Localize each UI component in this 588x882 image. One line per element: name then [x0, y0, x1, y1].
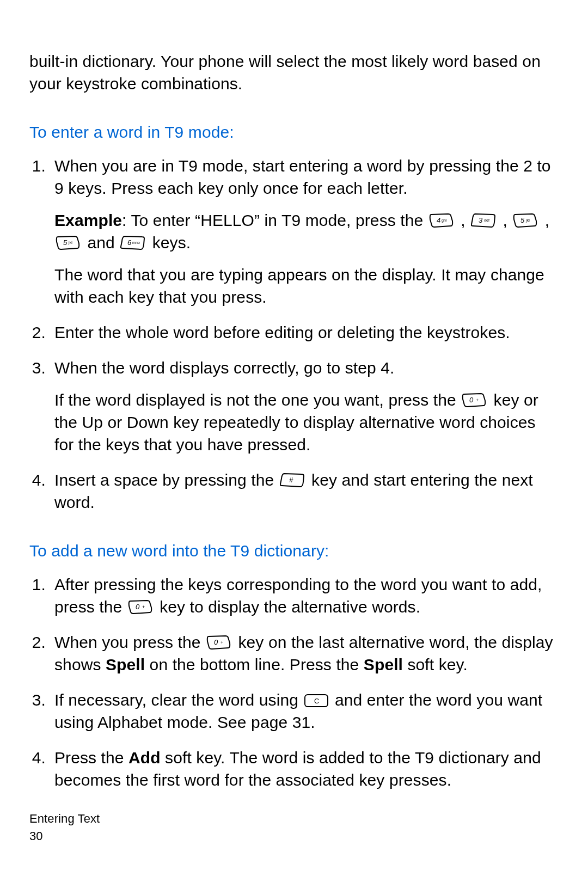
step-number: 1. [29, 573, 46, 596]
key-4-icon: 4ghi [429, 213, 455, 228]
step-number: 2. [29, 631, 46, 653]
example-text-a: : To enter “HELLO” in T9 mode, press the [122, 211, 428, 229]
step-text-a: Insert a space by pressing the [54, 471, 279, 489]
key-c-icon: C [304, 694, 329, 708]
svg-text:C: C [314, 697, 320, 705]
key-0-icon: 0+ [128, 600, 154, 615]
step-text: When the word displays correctly, go to … [54, 359, 394, 377]
key-0-icon: 0+ [462, 393, 488, 408]
key-0-icon: 0+ [206, 635, 232, 650]
key-3-icon: 3def [471, 213, 497, 228]
step-continuation: If the word displayed is not the one you… [54, 389, 558, 456]
example-text-c: keys. [152, 234, 191, 252]
footer-page-number: 30 [29, 828, 100, 845]
list-item: 2. Enter the whole word before editing o… [29, 321, 558, 344]
list-item: 4. Press the Add soft key. The word is a… [29, 746, 558, 791]
step-text-b: key to display the alternative words. [160, 598, 420, 616]
step-text-d: soft key. [403, 656, 468, 673]
page: built-in dictionary. Your phone will sel… [0, 0, 588, 882]
step-text: When you are in T9 mode, start entering … [54, 157, 551, 197]
svg-text:0: 0 [136, 603, 140, 611]
list-item: 2. When you press the 0+ key on the last… [29, 631, 558, 676]
svg-text:jkl: jkl [525, 218, 530, 223]
list-item: 3. If necessary, clear the word using C … [29, 689, 558, 733]
subheading-add-word: To add a new word into the T9 dictionary… [29, 542, 558, 560]
list-item: 3. When the word displays correctly, go … [29, 357, 558, 456]
list-item: 1. After pressing the keys corresponding… [29, 573, 558, 618]
svg-text:ghi: ghi [442, 218, 447, 223]
svg-text:5: 5 [520, 216, 525, 224]
svg-text:mno: mno [132, 241, 140, 244]
svg-text:#: # [289, 476, 293, 484]
example-block: Example: To enter “HELLO” in T9 mode, pr… [54, 209, 558, 254]
list-item: 1. When you are in T9 mode, start enteri… [29, 155, 558, 308]
key-6-icon: 6mno [120, 236, 146, 250]
step-text-a: Press the [54, 749, 128, 767]
step-number: 4. [29, 469, 46, 491]
step-text-c: on the bottom line. Press the [145, 656, 364, 673]
key-hash-icon: # [280, 473, 306, 488]
step-number: 3. [29, 357, 46, 379]
svg-text:0: 0 [214, 638, 218, 646]
svg-text:+: + [142, 604, 145, 610]
svg-text:3: 3 [479, 216, 483, 224]
step-number: 3. [29, 689, 46, 711]
key-5-icon: 5jkl [56, 236, 82, 250]
svg-text:jkl: jkl [68, 241, 72, 245]
svg-text:+: + [220, 640, 223, 645]
intro-text: built-in dictionary. Your phone will sel… [29, 50, 558, 95]
footer-section: Entering Text [29, 810, 100, 828]
step-number: 2. [29, 321, 46, 344]
steps-enter-word: 1. When you are in T9 mode, start enteri… [29, 155, 558, 513]
svg-text:def: def [484, 218, 489, 222]
svg-text:5: 5 [63, 238, 68, 247]
example-text-b: and [87, 234, 119, 252]
cont-text-a: If the word displayed is not the one you… [54, 391, 461, 409]
aftermath-text: The word that you are typing appears on … [54, 264, 558, 308]
add-label: Add [128, 749, 161, 767]
step-number: 4. [29, 746, 46, 769]
subheading-enter-word: To enter a word in T9 mode: [29, 123, 558, 142]
svg-text:4: 4 [437, 216, 440, 224]
step-text: Enter the whole word before editing or d… [54, 323, 510, 341]
key-5-icon: 5jkl [513, 213, 539, 228]
step-text-a: If necessary, clear the word using [54, 691, 303, 709]
svg-text:+: + [476, 397, 479, 403]
step-number: 1. [29, 155, 46, 177]
steps-add-word: 1. After pressing the keys corresponding… [29, 573, 558, 791]
spell-label: Spell [364, 656, 403, 673]
example-label: Example [54, 211, 122, 229]
svg-text:0: 0 [469, 396, 474, 404]
spell-label: Spell [106, 656, 145, 673]
svg-text:6: 6 [127, 238, 132, 247]
list-item: 4. Insert a space by pressing the # key … [29, 469, 558, 513]
page-footer: Entering Text 30 [29, 810, 100, 845]
step-text-a: When you press the [54, 633, 205, 651]
